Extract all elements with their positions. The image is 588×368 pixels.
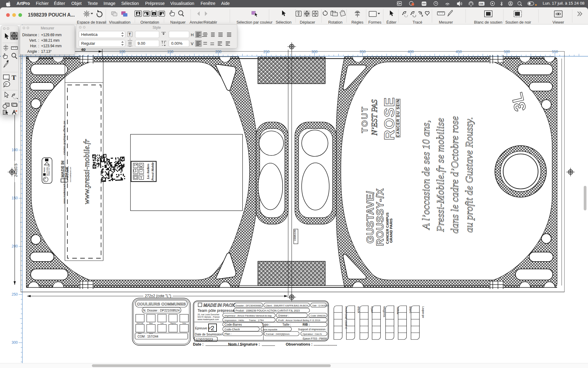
svg-text:Date de Soumission :: Date de Soumission :	[195, 333, 224, 336]
svg-text:92170 Vanves - France: 92170 Vanves - France	[198, 316, 220, 318]
svg-text:MADE IN: MADE IN	[60, 161, 65, 178]
svg-text:500: 500	[504, 50, 510, 54]
svg-text:250: 250	[263, 50, 270, 54]
svg-text:N. Dossier : DP221008524: N. Dossier : DP221008524	[143, 309, 180, 312]
svg-text:Support d impression :: Support d impression :	[298, 328, 327, 331]
svg-text:Magenta: Magenta	[170, 323, 176, 324]
svg-text:www.madeinpack.com: www.madeinpack.com	[70, 167, 71, 182]
svg-text:Format : 240X[6]0mm: Format : 240X[6]0mm	[266, 333, 290, 335]
svg-text:COM : 157/244: COM : 157/244	[138, 335, 158, 338]
svg-text:Opérateur : Céci.N: Opérateur : Céci.N	[303, 333, 322, 335]
svg-text:Code-Barres: Code-Barres	[224, 323, 242, 326]
svg-text:COULEURS COMMUNES: COULEURS COMMUNES	[137, 302, 186, 306]
svg-text:Typo :: Typo :	[262, 323, 270, 326]
svg-text:Taille :: Taille :	[282, 323, 291, 326]
svg-text:création graphique offerte par: création graphique offerte par	[63, 121, 66, 155]
svg-text:Client : SMURFIT KAPPA BAG-IN-: Client : SMURFIT KAPPA BAG-IN-BOX	[266, 304, 308, 307]
svg-text:Série impossible: Série impossible	[263, 328, 277, 331]
svg-text:450: 450	[456, 50, 462, 54]
svg-text:3L: 3L	[508, 91, 529, 113]
svg-text:300: 300	[12, 340, 18, 345]
svg-text:Yellow: Yellow	[182, 323, 187, 324]
svg-text:CANCER DU SEIN: CANCER DU SEIN	[396, 99, 400, 137]
svg-text:Code-Check: Code-Check	[224, 328, 240, 331]
svg-text:Pressi-Mobile.fr se mobilise: Pressi-Mobile.fr se mobilise	[435, 118, 446, 232]
svg-text:PANTONE: PANTONE	[137, 323, 143, 324]
svg-text:20, rue Louis Durocher: 20, rue Louis Durocher	[198, 313, 220, 316]
svg-text:www.madeinpack.com: www.madeinpack.com	[197, 318, 219, 321]
svg-text:Date : 13 04/2023: Date : 13 04/2023	[312, 305, 328, 307]
svg-text:dans le cadre d’Octobre rose: dans le cadre d’Octobre rose	[449, 116, 460, 233]
svg-text:550: 550	[552, 50, 558, 54]
svg-text:150: 150	[167, 50, 173, 54]
svg-text:A l’occasion de ses 10 ans,: A l’occasion de ses 10 ans,	[420, 120, 432, 230]
svg-text:Yellow: Yellow	[396, 306, 399, 314]
svg-text:ROUSSY-/X: ROUSSY-/X	[374, 188, 386, 246]
svg-text:Black: Black	[149, 323, 153, 324]
svg-text:Date :: Date :	[193, 342, 204, 347]
svg-text:RIB :: RIB :	[303, 323, 310, 326]
svg-text:Vernis: Vernis	[149, 333, 153, 334]
svg-text:100: 100	[119, 50, 125, 54]
svg-text:PANTONE 2335 C: PANTONE 2335 C	[345, 306, 348, 329]
svg-text:300: 300	[311, 50, 318, 54]
svg-text:Epreuve N°: Epreuve N°	[195, 326, 212, 330]
svg-text:350: 350	[360, 50, 366, 54]
svg-text:PENSEZ AU TRI: PENSEZ AU TRI	[48, 165, 50, 176]
svg-text:272±2 (cote "L"): 272±2 (cote "L")	[145, 294, 171, 298]
svg-text:PACK: PACK	[65, 167, 69, 178]
svg-text:MADE IN PACK: MADE IN PACK	[203, 302, 236, 308]
svg-text:GRAND PARIS: GRAND PARIS	[389, 218, 393, 243]
svg-text:www.madeinpack.com: www.madeinpack.com	[63, 178, 66, 204]
svg-text:Dossier : DF230409060: Dossier : DF230409060	[236, 304, 262, 307]
svg-text:Profil : Amcor Vonteuil Belley: Profil : Amcor Vonteuil Belley F-S 2019	[278, 319, 320, 322]
svg-text:250: 250	[12, 292, 18, 297]
svg-text:CANCER CAMPUS: CANCER CAMPUS	[386, 213, 389, 244]
svg-text:Pressi-Mobile: Pressi-Mobile	[151, 162, 154, 181]
svg-text:RECYCLABLE: RECYCLABLE	[47, 167, 48, 176]
svg-text:Graveur :: Graveur :	[278, 314, 289, 317]
svg-text:N’EST PAS: N’EST PAS	[370, 100, 379, 136]
svg-text:Team pôle prépresse: Team pôle prépresse	[198, 308, 235, 313]
svg-text:2: 2	[211, 324, 214, 332]
svg-text:TOUT: TOUT	[360, 106, 369, 133]
svg-text:Impression : Hélio Trame: Impression : Hélio Trame : 175H	[224, 319, 264, 322]
svg-text:au profit de Gustave Roussy.: au profit de Gustave Roussy.	[464, 117, 475, 232]
svg-text:Epson P703 - P9000: Epson P703 - P9000	[303, 337, 327, 340]
svg-text:Cyan: Cyan	[160, 323, 164, 324]
svg-text:Les Ateliers: Les Ateliers	[146, 164, 150, 180]
svg-text:Nom / Signature :: Nom / Signature :	[228, 342, 260, 347]
svg-text:1598239: 1598239	[293, 230, 296, 241]
svg-text:240±0.5: 240±0.5	[14, 163, 18, 177]
svg-text:Blanc: Blanc	[138, 333, 142, 334]
svg-text:Plan :: Plan :	[224, 332, 232, 335]
svg-text:Magenta: Magenta	[383, 306, 386, 317]
svg-text:Code 1598239: Code 1598239	[311, 314, 326, 317]
svg-text:Black: Black	[357, 306, 360, 313]
svg-text:T: T	[129, 32, 131, 36]
svg-text:ROSE: ROSE	[381, 97, 397, 140]
svg-text:FR: FR	[480, 2, 484, 6]
svg-text:www.pressi-mobile.fr: www.pressi-mobile.fr	[82, 139, 91, 204]
svg-text:Laque-pe: Laque-pe	[422, 306, 425, 318]
svg-text:Imprimeur : Amcor Flexibles Va: Imprimeur : Amcor Flexibles Vameuil-le-b…	[224, 314, 272, 317]
svg-text:200: 200	[215, 50, 221, 54]
svg-text:Observations : ...............: Observations : ......................	[286, 342, 337, 347]
svg-text:400: 400	[408, 50, 414, 54]
svg-text:T: T	[12, 74, 16, 81]
svg-text:17/07/2023: 17/07/2023	[196, 338, 213, 341]
svg-text:Produit : 1598239 POUCH ACTION: Produit : 1598239 POUCH ACTION CARITAT F…	[236, 309, 300, 312]
svg-text:PACK: PACK	[43, 167, 45, 172]
